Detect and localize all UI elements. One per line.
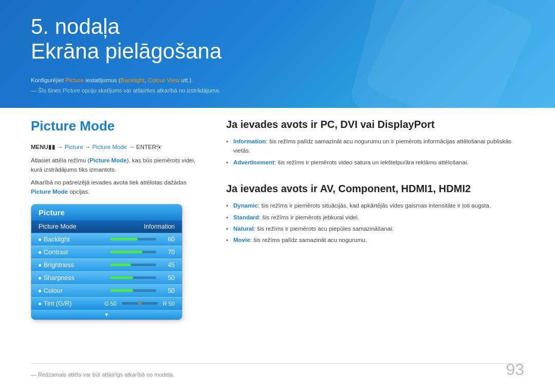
sharpness-row: Sharpness 50: [31, 272, 182, 285]
colour-row: Colour 50: [31, 285, 182, 297]
contrast-fill: [110, 251, 142, 253]
sharpness-value: 50: [160, 274, 175, 282]
term-advertisement: Advertisement: [233, 159, 274, 165]
picture-mode-ui: Picture Picture Mode Information Backlig…: [31, 204, 182, 320]
picture-ui-header: Picture: [31, 204, 182, 220]
standard-text: : šis režīms ir piemērots jebkurai videi…: [259, 214, 359, 220]
header-note: — Šīs šines Picture opciju skatījums var…: [31, 87, 220, 94]
av-hdmi-list: Dynamic: šis režīms ir piemērots situāci…: [226, 201, 524, 245]
tint-r-value: R 50: [163, 301, 175, 307]
picture-mode-row: Picture Mode Information: [31, 220, 182, 233]
contrast-row: Contrast 70: [31, 246, 182, 259]
tint-label: Tint (G/R): [39, 300, 104, 307]
term-movie: Movie: [233, 237, 250, 243]
natural-text: : šis režīms ir piemērots acu piepūles s…: [254, 226, 394, 232]
av-hdmi-heading: Ja ievades avots ir AV, Component, HDMI1…: [226, 182, 524, 195]
picture-mode-label: Picture Mode: [39, 223, 144, 230]
backlight-label: Backlight: [39, 236, 106, 243]
tint-row: Tint (G/R) G 50 R 50: [31, 297, 182, 310]
sharpness-label: Sharpness: [39, 274, 106, 282]
list-item-advertisement: Advertisement: šis režīms ir piemērots v…: [226, 158, 524, 167]
av-hdmi-section: Ja ievades avots ir AV, Component, HDMI1…: [226, 182, 524, 245]
advertisement-text: : šis režīms ir piemērots video satura u…: [274, 159, 469, 165]
footer-note: — Redzamais attēls var būt atšķirīgs atk…: [31, 371, 174, 378]
colour-value: 50: [160, 287, 175, 294]
picture-mode-value: Information: [144, 223, 175, 230]
colour-fill: [110, 289, 133, 292]
colour-label: Colour: [39, 287, 106, 294]
pc-dvi-section: Ja ievades avots ir PC, DVI vai DisplayP…: [226, 118, 524, 167]
dynamic-text: : šis režīms ir piemērots situācijās, ka…: [258, 202, 491, 209]
term-information: Information: [233, 138, 266, 144]
brightness-fill: [110, 264, 131, 266]
desc-text-1: Atlasiet attēla režīmu (Picture Mode), k…: [31, 156, 206, 175]
list-item-movie: Movie: šis režīms palīdz samazināt acu n…: [226, 235, 524, 245]
list-item-standard: Standard: šis režīms ir piemērots jebkur…: [226, 213, 524, 222]
header-subtitle: Konfigurējiet Picture iestatījumus (Back…: [31, 77, 193, 83]
term-standard: Standard: [233, 214, 259, 220]
term-dynamic: Dynamic: [233, 202, 258, 209]
tint-slider: [122, 302, 158, 305]
movie-text: : šis režīms palīdz samazināt acu noguru…: [250, 237, 367, 243]
brightness-label: Brightness: [39, 262, 106, 269]
list-item-natural: Natural: šis režīms ir piemērots acu pie…: [226, 224, 524, 233]
pc-dvi-list: Information: šis režīms palīdz samazināt…: [226, 137, 524, 167]
chapter-heading: 5. nodaļa Ekrāna pielāgošana: [31, 14, 221, 64]
page-number: 93: [506, 360, 524, 379]
chapter-line2: Ekrāna pielāgošana: [31, 39, 221, 63]
contrast-label: Contrast: [39, 249, 106, 256]
chapter-line1: 5. nodaļa: [31, 14, 120, 39]
sharpness-slider: [110, 276, 156, 279]
pc-dvi-heading: Ja ievades avots ir PC, DVI vai DisplayP…: [226, 118, 524, 130]
list-item-dynamic: Dynamic: šis režīms ir piemērots situāci…: [226, 201, 524, 210]
left-column: Picture Mode MENU▮▮ → Picture → Picture …: [0, 118, 206, 392]
contrast-slider: [110, 251, 156, 253]
picture-arrow: ▼: [31, 310, 182, 320]
sharpness-fill: [110, 276, 133, 279]
contrast-value: 70: [160, 249, 175, 256]
backlight-slider: [110, 238, 156, 240]
brightness-row: Brightness 45: [31, 259, 182, 272]
main-content: Picture Mode MENU▮▮ → Picture → Picture …: [0, 118, 555, 392]
menu-path: MENU▮▮ → Picture → Picture Mode → ENTER⏧: [31, 143, 206, 151]
information-text: : šis režīms palīdz samazināt acu noguru…: [233, 138, 511, 154]
desc-text-2: Atkarībā no pašreizējā ievades avota tie…: [31, 178, 206, 197]
picture-mode-title: Picture Mode: [31, 118, 206, 134]
backlight-value: 60: [160, 236, 175, 243]
tint-mid: [138, 301, 142, 305]
right-column: Ja ievades avots ir PC, DVI vai DisplayP…: [206, 118, 555, 392]
footer-divider: [31, 363, 524, 364]
header-title-block: 5. nodaļa Ekrāna pielāgošana: [31, 14, 221, 64]
list-item-information: Information: šis režīms palīdz samazināt…: [226, 137, 524, 156]
tint-g-value: G 50: [104, 301, 117, 307]
backlight-fill: [110, 238, 138, 240]
brightness-slider: [110, 264, 156, 266]
term-natural: Natural: [233, 226, 254, 232]
brightness-value: 45: [160, 262, 175, 269]
backlight-row: Backlight 60: [31, 233, 182, 246]
colour-slider: [110, 289, 156, 292]
